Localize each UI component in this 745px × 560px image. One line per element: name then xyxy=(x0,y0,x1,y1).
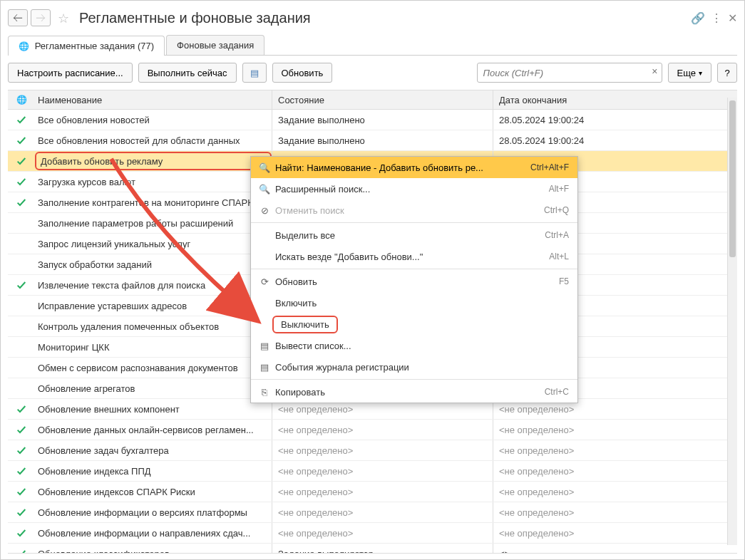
search-plus-icon: 🔍 xyxy=(257,184,272,195)
cm-label: Выделить все xyxy=(272,230,545,241)
row-name: Запрос лицензий уникальных услуг xyxy=(35,239,272,249)
row-name: Обновление индексов СПАРК Риски xyxy=(35,487,272,497)
log-events-button[interactable]: ▤ xyxy=(242,63,267,83)
status-check-icon xyxy=(8,114,35,125)
row-name: Заполнение параметров работы расширений xyxy=(35,218,272,229)
row-name: Все обновления новостей xyxy=(35,115,272,125)
clear-search-icon[interactable]: × xyxy=(652,66,657,77)
status-check-icon xyxy=(8,176,35,187)
configure-schedule-button[interactable]: Настроить расписание... xyxy=(8,63,133,83)
status-check-icon xyxy=(8,424,35,435)
tab-label: Регламентные задания (77) xyxy=(35,41,154,51)
row-name: Мониторинг ЦКК xyxy=(35,342,272,353)
cm-label: Включить xyxy=(272,298,569,308)
toolbar: Настроить расписание... Выполнить сейчас… xyxy=(8,56,737,90)
table-row[interactable]: Обновление информации о версиях платформ… xyxy=(8,502,737,523)
cm-cancel-search: ⊘ Отменить поиск Ctrl+Q xyxy=(251,199,577,221)
row-date: <> xyxy=(493,544,737,554)
more-button[interactable]: Еще ▾ xyxy=(668,63,711,83)
table-row[interactable]: Все обновления новостейЗадание выполнено… xyxy=(8,110,737,130)
status-check-icon xyxy=(8,445,35,456)
table-row[interactable]: Обновление информации о направлениях сда… xyxy=(8,523,737,544)
cm-advanced-search[interactable]: 🔍 Расширенный поиск... Alt+F xyxy=(251,178,577,199)
search-icon: 🔍 xyxy=(257,162,272,173)
cancel-search-icon: ⊘ xyxy=(257,205,272,216)
cm-find[interactable]: 🔍 Найти: Наименование - Добавить обновит… xyxy=(251,157,577,178)
row-date: <не определено> xyxy=(493,420,737,440)
cm-enable[interactable]: Включить xyxy=(251,292,577,313)
row-name: Исправление устаревших адресов xyxy=(35,301,272,311)
row-date: <не определено> xyxy=(493,440,737,460)
row-name: Добавить обновить рекламу xyxy=(35,152,272,170)
row-name: Обновление задач бухгалтера xyxy=(35,445,272,456)
table-row[interactable]: Обновление индексов СПАРК Риски<не опред… xyxy=(8,482,737,502)
tab-scheduled-jobs[interactable]: 🌐 Регламентные задания (77) xyxy=(8,36,165,56)
grid-header: 🌐 Наименование Состояние Дата окончания xyxy=(8,90,737,110)
row-date: 28.05.2024 19:00:24 xyxy=(493,130,737,150)
row-state: <не определено> xyxy=(272,502,493,522)
help-button[interactable]: ? xyxy=(717,63,737,83)
tab-background-jobs[interactable]: Фоновые задания xyxy=(166,35,264,55)
cm-label: Найти: Наименование - Добавить обновить … xyxy=(272,162,530,173)
close-icon[interactable]: ✕ xyxy=(728,11,737,25)
table-row[interactable]: Обновление классификаторовЗадание выполн… xyxy=(8,544,737,554)
column-state-header[interactable]: Состояние xyxy=(272,90,493,109)
row-state: <не определено> xyxy=(272,482,493,502)
status-check-icon xyxy=(8,486,35,497)
scrollbar-thumb[interactable] xyxy=(729,100,736,257)
search-box: × xyxy=(477,63,662,83)
table-row[interactable]: Обновление данных онлайн-сервисов реглам… xyxy=(8,420,737,440)
cm-shortcut: Ctrl+Q xyxy=(544,205,569,215)
table-row[interactable]: Все обновления новостей для области данн… xyxy=(8,130,737,151)
row-name: Обновление информации о направлениях сда… xyxy=(35,528,272,539)
column-name-header[interactable]: Наименование xyxy=(35,95,272,105)
tabs: 🌐 Регламентные задания (77) Фоновые зада… xyxy=(8,35,737,56)
row-name: Все обновления новостей для области данн… xyxy=(35,135,272,146)
cm-shortcut: Ctrl+C xyxy=(545,387,569,397)
cm-label: Искать везде "Добавить обнови..." xyxy=(272,252,549,262)
cm-select-all[interactable]: Выделить все Ctrl+A xyxy=(251,224,577,246)
row-state: Задание выполнено xyxy=(272,110,493,130)
cm-shortcut: Ctrl+Alt+F xyxy=(530,162,569,172)
search-input[interactable] xyxy=(477,63,662,83)
column-date-header[interactable]: Дата окончания xyxy=(493,90,737,109)
scrollbar[interactable] xyxy=(727,98,737,545)
cm-copy[interactable]: ⎘ Копировать Ctrl+C xyxy=(251,381,577,403)
cm-label: Расширенный поиск... xyxy=(272,184,549,195)
column-status-icon[interactable]: 🌐 xyxy=(8,95,35,105)
row-name: Контроль удаления помеченных объектов xyxy=(35,321,272,332)
run-now-button[interactable]: Выполнить сейчас xyxy=(138,63,237,83)
row-state: Задание выполнено xyxy=(272,130,493,150)
row-name: Обновление агрегатов xyxy=(35,383,272,394)
nav-forward-button[interactable]: 🡢 xyxy=(31,9,51,26)
cm-log-events[interactable]: ▤ События журнала регистрации xyxy=(251,356,577,378)
cm-search-everywhere[interactable]: Искать везде "Добавить обнови..." Alt+L xyxy=(251,246,577,267)
refresh-icon: ⟳ xyxy=(257,276,272,287)
cm-export-list[interactable]: ▤ Вывести список... xyxy=(251,335,577,356)
kebab-menu-icon[interactable]: ⋮ xyxy=(711,11,722,25)
nav-back-button[interactable]: 🡠 xyxy=(8,9,28,26)
cm-refresh[interactable]: ⟳ Обновить F5 xyxy=(251,271,577,292)
cm-disable[interactable]: Выключить xyxy=(251,313,577,335)
chevron-down-icon: ▾ xyxy=(699,69,702,77)
row-state: <не определено> xyxy=(272,440,493,460)
tab-label: Фоновые задания xyxy=(177,40,254,51)
cm-shortcut: Ctrl+A xyxy=(545,230,569,240)
row-name: Обновление индекса ППД xyxy=(35,466,272,477)
row-state: <не определено> xyxy=(272,523,493,543)
cm-label: События журнала регистрации xyxy=(272,362,569,373)
table-row[interactable]: Обновление индекса ППД<не определено><не… xyxy=(8,461,737,482)
table-row[interactable]: Обновление задач бухгалтера<не определен… xyxy=(8,440,737,461)
row-date: <не определено> xyxy=(493,461,737,481)
row-name: Извлечение текста файлов для поиска xyxy=(35,280,272,291)
link-icon[interactable]: 🔗 xyxy=(691,11,705,25)
refresh-button[interactable]: Обновить xyxy=(272,63,333,83)
favorite-star-icon[interactable]: ☆ xyxy=(58,11,72,25)
page-title: Регламентные и фоновые задания xyxy=(79,10,688,26)
row-name: Обновление информации о версиях платформ… xyxy=(35,507,272,518)
status-check-icon xyxy=(8,465,35,477)
row-name: Обновление внешних компонент xyxy=(35,404,272,415)
row-state: Задание выполняется xyxy=(272,544,493,554)
status-check-icon xyxy=(8,279,35,291)
more-label: Еще xyxy=(677,68,696,78)
